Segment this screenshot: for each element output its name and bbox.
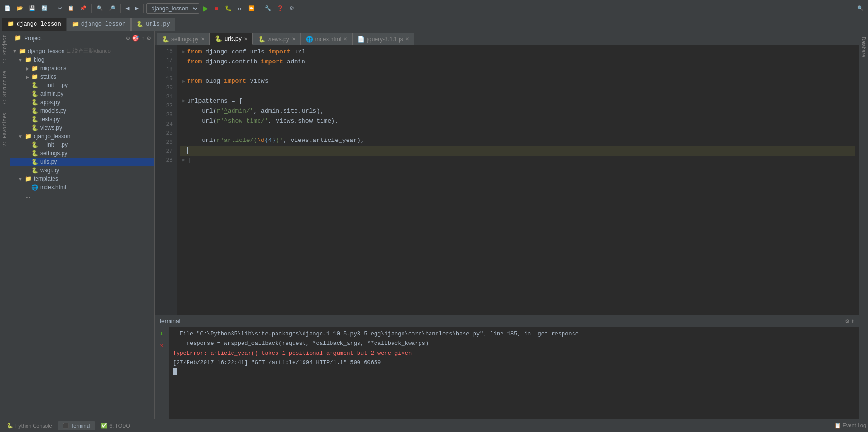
bottom-tab-todo[interactable]: ✅ 6: TODO [96,421,135,430]
project-tab-bar: 📁 django_lesson 📁 django_lesson 🐍 urls.p… [0,17,868,31]
terminal-remove-btn[interactable]: ✕ [157,341,167,350]
project-expand-icon[interactable]: ⬆ [141,35,145,42]
terminal-maximize-icon[interactable]: ⬆ [851,317,855,325]
code-line-16: ▶ from django.conf.urls import url [180,47,855,57]
save-btn[interactable]: 💾 [27,4,38,13]
tools-btn[interactable]: 🔧 [262,4,274,13]
tree-root[interactable]: ▼ 📁 django_lesson E:\说产三期\django_ [10,46,154,55]
terminal-cursor [173,368,177,375]
tree-index-html[interactable]: ▶ 🌐 index.html [10,183,154,192]
search-everywhere-btn[interactable]: 🔍 [855,4,866,13]
tree-blog-views[interactable]: ▶ 🐍 views.py [10,123,154,132]
tab-django-lesson-2[interactable]: 📁 django_lesson [67,18,131,31]
resume-btn[interactable]: ⏩ [246,4,257,13]
terminal-settings-icon[interactable]: ⚙ [845,317,849,325]
cut-btn[interactable]: ✂ [55,4,64,13]
paste-btn[interactable]: 📌 [78,4,89,13]
event-log-icon: 📋 [834,423,841,428]
terminal-line-1: File "C:\Python35\lib\site-packages\djan… [173,329,855,339]
tree-urls[interactable]: ▶ 🐍 urls.py [10,158,154,166]
divider-4 [143,4,144,13]
code-line-21: ▶ urlpatterns = [ [180,97,855,106]
run-btn[interactable]: ▶ [200,2,211,14]
terminal-panel: Terminal ⚙ ⬆ + ✕ File "C:\Python35\lib\s… [155,315,859,419]
bottom-tab-python-console[interactable]: 🐍 Python Console [2,421,57,430]
project-icon: 📁 [14,35,21,42]
find-btn[interactable]: 🔍 [94,4,106,13]
editor-area: 🐍 settings.py ✕ 🐍 urls.py ✕ 🐍 views.py ✕… [155,31,859,419]
file-tab-views[interactable]: 🐍 views.py ✕ [253,33,301,45]
open-btn[interactable]: 📂 [14,4,26,13]
code-line-24 [180,126,855,136]
close-urls-tab[interactable]: ✕ [244,36,248,42]
code-line-27: ▶ ] [180,156,855,166]
tree-django-lesson-folder[interactable]: ▼ 📁 django_lesson [10,132,154,141]
close-index-tab[interactable]: ✕ [343,36,347,42]
new-file-btn[interactable]: 📄 [2,4,13,13]
tree-settings[interactable]: ▶ 🐍 settings.py [10,149,154,158]
code-line-22: url(r'^admin/', admin.site.urls), [180,106,855,116]
code-line-18 [180,67,855,77]
project-tree: ▼ 📁 django_lesson E:\说产三期\django_ ▼ 📁 bl… [10,45,154,419]
file-tab-settings[interactable]: 🐍 settings.py ✕ [157,33,210,45]
file-icon-urls: 🐍 [136,21,143,28]
copy-btn[interactable]: 📋 [65,4,77,13]
code-line-17: from django.contrib import admin [180,57,855,67]
file-tab-bar: 🐍 settings.py ✕ 🐍 urls.py ✕ 🐍 views.py ✕… [155,31,859,45]
tree-apps[interactable]: ▶ 🐍 apps.py [10,98,154,106]
file-tab-jquery[interactable]: 📄 jquery-3.1.1.js ✕ [352,33,414,45]
sidebar-item-project[interactable]: 1: Project [1,31,9,67]
tree-admin[interactable]: ▶ 🐍 admin.py [10,89,154,98]
help-btn[interactable]: ❓ [275,4,286,13]
close-views-tab[interactable]: ✕ [292,36,295,42]
code-line-23: url(r'^show_time/', views.show_time), [180,116,855,126]
project-panel: 📁 Project ⚙ 🎯 ⬆ ⚙ ▼ 📁 django_lesson E:\说… [10,31,155,419]
code-line-25: url(r'article/(\d{4})', views.article_ye… [180,136,855,146]
terminal-line-2: response = wrapped_callback(request, *ca… [173,339,855,348]
project-scroll-icon[interactable]: 🎯 [132,35,139,42]
replace-btn[interactable]: 🔎 [107,4,118,13]
code-line-26 [180,146,855,156]
tree-more: ... [10,192,154,200]
tree-dj-init[interactable]: ▶ 🐍 __init__.py [10,141,154,149]
tab-urls[interactable]: 🐍 urls.py [131,18,175,31]
sidebar-item-database[interactable]: Database [860,33,867,61]
tab-django-lesson-1[interactable]: 📁 django_lesson [2,18,66,31]
debug-btn[interactable]: 🐛 [223,4,234,13]
tree-wsgi[interactable]: ▶ 🐍 wsgi.py [10,166,154,175]
project-run-select[interactable]: django_lesson [146,3,199,14]
terminal-left-buttons: + ✕ [155,327,169,419]
project-settings-icon[interactable]: ⚙ [126,35,130,42]
settings-gear-btn[interactable]: ⚙ [287,4,296,13]
bottom-tab-terminal[interactable]: ⬛ Terminal [58,421,96,430]
tree-statics[interactable]: ▶ 📁 statics [10,72,154,81]
back-btn[interactable]: ◀ [123,4,132,13]
close-jquery-tab[interactable]: ✕ [405,36,409,42]
tree-models[interactable]: ▶ 🐍 models.py [10,106,154,115]
tree-templates[interactable]: ▼ 📁 templates [10,175,154,183]
sidebar-item-favorites[interactable]: 2: Favorites [1,109,9,150]
stop-btn[interactable]: ⏹ [212,4,222,13]
step-over-btn[interactable]: ⏭ [235,4,245,13]
tree-tests[interactable]: ▶ 🐍 tests.py [10,115,154,123]
terminal-content: + ✕ File "C:\Python35\lib\site-packages\… [155,327,859,419]
terminal-output[interactable]: File "C:\Python35\lib\site-packages\djan… [169,327,859,419]
main-toolbar: 📄 📂 💾 🔄 ✂ 📋 📌 🔍 🔎 ◀ ▶ django_lesson ▶ ⏹ … [0,0,868,17]
project-panel-title: Project [24,35,42,42]
close-settings-tab[interactable]: ✕ [201,36,205,42]
tree-migrations[interactable]: ▶ 📁 migrations [10,64,154,72]
forward-btn[interactable]: ▶ [133,4,141,13]
left-sidebar: 1: Project 7: Structure 2: Favorites [0,31,10,419]
sidebar-item-structure[interactable]: 7: Structure [1,67,9,109]
project-gear-icon[interactable]: ⚙ [147,35,151,42]
file-tab-urls[interactable]: 🐍 urls.py ✕ [210,33,252,45]
code-content[interactable]: ▶ from django.conf.urls import url from … [177,45,859,315]
event-log-btn[interactable]: 📋 Event Log [834,423,866,429]
code-line-19: ▶ from blog import views [180,77,855,87]
terminal-add-btn[interactable]: + [157,329,167,339]
file-tab-index[interactable]: 🌐 index.html ✕ [301,33,353,45]
terminal-header: Terminal ⚙ ⬆ [155,315,859,327]
sync-btn[interactable]: 🔄 [39,4,50,13]
tree-blog[interactable]: ▼ 📁 blog [10,55,154,64]
tree-blog-init[interactable]: ▶ 🐍 __init__.py [10,81,154,89]
